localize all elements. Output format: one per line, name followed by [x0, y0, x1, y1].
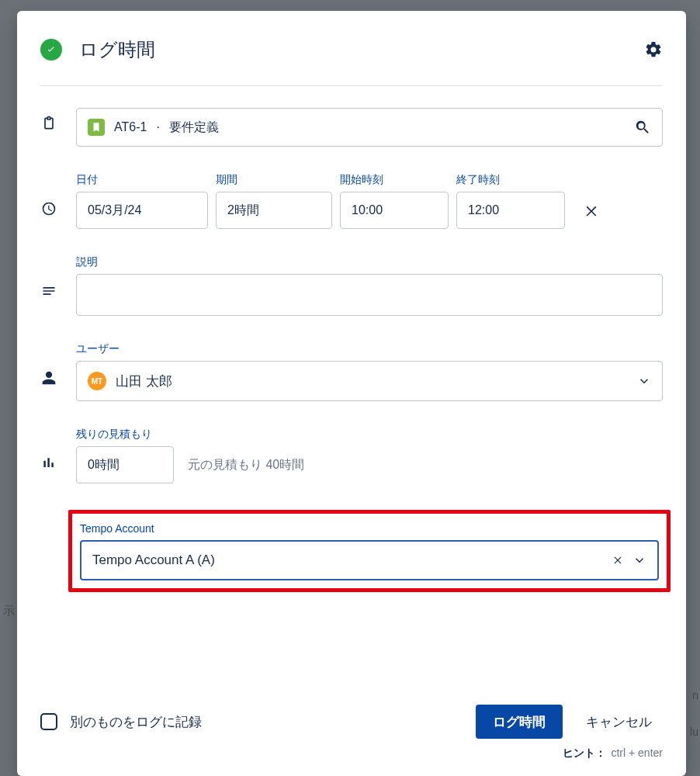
- chevron-down-icon[interactable]: [632, 553, 646, 567]
- description-label: 説明: [76, 255, 663, 269]
- description-icon: [40, 283, 57, 299]
- start-time-input[interactable]: [340, 192, 449, 229]
- background-text: 示: [3, 604, 15, 618]
- submit-button[interactable]: ログ時間: [476, 705, 563, 739]
- dialog-header: ログ時間: [40, 37, 663, 86]
- duration-label: 期間: [216, 173, 332, 187]
- clear-account-icon[interactable]: [612, 555, 623, 566]
- tempo-account-select[interactable]: Tempo Account A (A): [80, 540, 659, 580]
- datetime-row: 日付 期間 開始時刻: [40, 173, 663, 229]
- log-time-dialog: ログ時間 AT6-1 · 要件定義: [17, 11, 686, 776]
- date-value[interactable]: [88, 192, 196, 228]
- clock-icon: [40, 201, 57, 217]
- gear-icon[interactable]: [644, 40, 663, 59]
- issue-separator: ·: [156, 120, 159, 134]
- end-time-value[interactable]: [468, 192, 553, 228]
- duration-value[interactable]: [227, 192, 321, 228]
- success-check-icon: [40, 39, 62, 61]
- user-icon: [40, 370, 57, 386]
- chevron-down-icon: [637, 374, 651, 388]
- remaining-label: 残りの見積もり: [76, 428, 663, 442]
- description-row: 説明: [40, 255, 663, 316]
- issue-key: AT6-1: [114, 120, 147, 134]
- search-icon[interactable]: [634, 119, 651, 136]
- issue-picker[interactable]: AT6-1 · 要件定義: [76, 108, 663, 147]
- avatar: MT: [88, 372, 106, 390]
- issue-summary: 要件定義: [169, 120, 625, 136]
- description-value[interactable]: [86, 282, 653, 307]
- duration-input[interactable]: [216, 192, 332, 229]
- user-row: ユーザー MT 山田 太郎: [40, 342, 663, 401]
- background-text: lu: [690, 726, 698, 738]
- user-name: 山田 太郎: [116, 372, 628, 390]
- end-time-label: 終了時刻: [456, 173, 565, 187]
- description-input[interactable]: [76, 274, 663, 316]
- tempo-account-value: Tempo Account A (A): [92, 553, 603, 568]
- cancel-button[interactable]: キャンセル: [575, 713, 663, 731]
- date-label: 日付: [76, 173, 208, 187]
- tempo-account-row: Tempo Account Tempo Account A (A): [40, 510, 663, 592]
- hint-text: ヒント： ctrl + enter: [40, 747, 663, 760]
- clear-time-button[interactable]: [577, 192, 605, 229]
- tempo-account-label: Tempo Account: [80, 522, 154, 535]
- dialog-footer: 別のものをログに記録 ログ時間 キャンセル ヒント： ctrl + enter: [40, 705, 663, 760]
- start-time-label: 開始時刻: [340, 173, 449, 187]
- highlight-box: Tempo Account Tempo Account A (A): [68, 510, 671, 592]
- start-time-value[interactable]: [352, 192, 437, 228]
- user-select[interactable]: MT 山田 太郎: [76, 361, 663, 401]
- bar-chart-icon: [40, 456, 57, 471]
- log-another-label: 別のものをログに記録: [70, 713, 463, 731]
- user-label: ユーザー: [76, 342, 663, 356]
- issue-type-story-icon: [88, 119, 105, 136]
- remaining-input[interactable]: [76, 446, 174, 483]
- log-another-checkbox[interactable]: [40, 713, 57, 730]
- hint-keys: ctrl + enter: [611, 747, 663, 760]
- remaining-value[interactable]: [88, 447, 162, 483]
- original-estimate: 元の見積もり 40時間: [188, 457, 304, 473]
- remaining-estimate-row: 残りの見積もり 元の見積もり 40時間: [40, 428, 663, 483]
- issue-row: AT6-1 · 要件定義: [40, 108, 663, 147]
- clipboard-icon: [40, 116, 57, 131]
- end-time-input[interactable]: [456, 192, 565, 229]
- date-input[interactable]: [76, 192, 208, 229]
- background-text: n: [692, 689, 698, 702]
- hint-prefix: ヒント：: [563, 747, 606, 760]
- dialog-title: ログ時間: [79, 37, 627, 62]
